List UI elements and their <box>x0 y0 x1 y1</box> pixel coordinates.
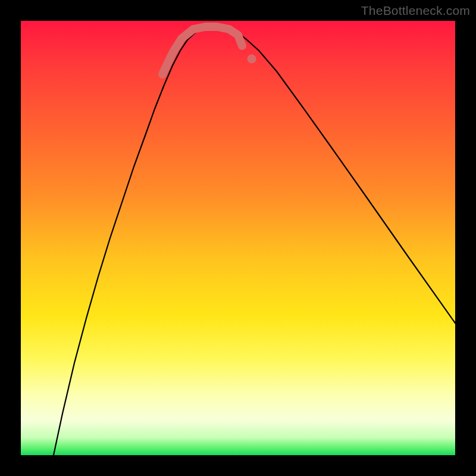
chart-frame: TheBottleneck.com <box>0 0 476 476</box>
valley-marker <box>162 27 242 74</box>
curve-layer <box>21 21 455 455</box>
watermark-text: TheBottleneck.com <box>361 4 470 18</box>
plot-area <box>21 21 455 455</box>
valley-marker-dot <box>248 55 256 64</box>
bottleneck-curve <box>54 27 455 455</box>
